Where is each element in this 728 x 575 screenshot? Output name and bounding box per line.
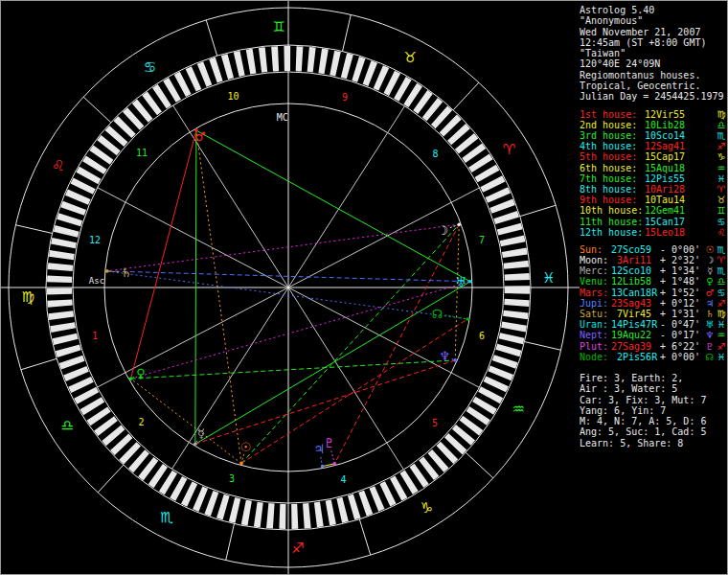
house-number: 9 [342,92,348,103]
house-label: 8th house: [580,184,645,195]
aspect-line-satu-node [107,271,467,319]
scorpio-sign-icon: ♏ [716,244,727,255]
planet-dot [321,465,325,469]
house-label: 12th house: [580,227,645,238]
house-label: 10th house: [580,205,645,216]
sagittarius-sign-icon: ♐ [716,341,727,352]
house-cusp-value: 12Vir55 [645,109,716,120]
planet-latitude: + 1°52' [660,288,704,298]
satu-icon: ♄ [121,265,132,280]
sun-icon: ☉ [704,244,716,255]
planet-label: Moon: [580,255,611,265]
tally-line: Car: 3, Fix: 3, Mut: 7 [580,395,727,405]
virgo-sign-icon: ♍ [21,288,34,306]
house-cusp-value: 12Pis55 [645,173,716,184]
planet-position: 3Ari11 [611,255,660,265]
pisces-sign-icon: ♓ [716,319,727,330]
house-number: 11 [136,148,148,158]
tally-line: Fire: 3, Earth: 2, [580,373,727,383]
planet-latitude: + 0°00' [660,352,704,362]
tally-line: Air : 3, Water: 5 [580,383,727,394]
chart-wheel[interactable]: ♈♉♊♋♌♍♎♏♐♑♒♓123456789101112☉☽☿♀♂♃♄♅♆♇☊MC… [1,1,580,575]
house-row: 11th house:15Can17♋ [580,217,727,227]
plut-icon: ♇ [704,341,716,352]
planet-latitude: + 0°12' [660,298,704,309]
house-number: 2 [138,417,144,427]
planet-dot [453,358,457,362]
satu-icon: ♄ [704,309,716,319]
house-number: 1 [92,331,98,341]
planet-latitude: + 2°32' [660,255,704,265]
house-label: 9th house: [580,195,645,205]
planet-row: Merc:12Sco10+ 1°34'☿♏ [580,265,727,276]
house-cusp-line [171,288,288,469]
house-number: 6 [479,331,485,341]
house-row: 2nd house:10Lib28♎ [580,120,727,130]
header-line: Julian Day = 2454425.1979 [580,91,727,102]
header-line: Astrolog 5.40 [580,5,727,15]
aquarius-sign-icon: ♒ [716,330,727,340]
uran-icon: ♅ [704,319,716,330]
house-cusp-line [98,288,288,387]
tally-line: Yang: 6, Yin: 7 [580,405,727,416]
plut-icon: ♇ [324,436,335,450]
house-cusp-value: 12Gem41 [645,205,716,216]
house-row: 6th house:15Aqu18♒ [580,163,727,173]
gemini-sign-icon: ♊ [272,18,284,35]
planet-pointer [331,450,335,464]
house-label: 7th house: [580,173,645,184]
planet-label: Merc: [580,265,611,276]
planet-position: 12Sco10 [611,265,660,276]
aspect-line-sun-mars [196,130,241,463]
house-cusp-line [173,105,288,288]
virgo-sign-icon: ♍ [716,109,727,120]
house-number: 12 [89,235,101,245]
jupi-icon: ♃ [704,298,716,309]
planet-dot [468,280,472,284]
aries-sign-icon: ♈ [716,184,727,195]
scorpio-sign-icon: ♏ [716,130,727,141]
mars-icon: ♂ [704,288,716,298]
sign-boundary [15,225,52,234]
pisces-sign-icon: ♓ [542,269,555,287]
house-row: 7th house:12Pis55♓ [580,173,727,184]
planet-position: 19Aqu22 [611,330,660,340]
house-number: 4 [341,474,347,485]
planet-latitude: + 1°48' [660,276,704,287]
planet-row: Venu:12Lib58+ 1°48'♀♎ [580,276,727,287]
house-row: 9th house:10Tau14♉ [580,195,727,205]
node-icon: ☊ [432,307,444,321]
planet-row: Mars:13Can18R+ 1°52'♂♋ [580,288,727,298]
planet-label: Uran: [580,319,611,330]
chart-info-header: Astrolog 5.40"Anonymous"Wed November 21,… [580,5,727,103]
planet-row: Jupi:23Sag43+ 0°12'♃♐ [580,298,727,309]
mars-icon: ♂ [194,129,206,144]
aspect-line-mars-uran [196,130,470,282]
planet-dot [239,462,243,466]
planet-latitude: - 0°47' [660,319,704,330]
aspect-line-venu-uran [131,282,470,379]
virgo-sign-icon: ♍ [716,309,727,319]
capricorn-sign-icon: ♑ [421,499,433,517]
planet-dot [466,317,469,321]
house-cusp-value: 10Tau14 [645,195,716,205]
tally-line: Learn: 5, Share: 8 [580,438,727,448]
planet-position: 2Pis56R [611,352,660,362]
leo-sign-icon: ♌ [716,227,727,238]
planet-latitude: + 1°31' [660,309,704,319]
sign-boundary [83,97,111,123]
house-row: 8th house:10Ari28♈ [580,184,727,195]
libra-sign-icon: ♎ [716,276,727,287]
planet-dot [457,222,461,226]
uran-icon: ♅ [455,275,466,289]
sign-boundary [453,82,479,110]
planet-row: Plut:27Sag39+ 6°22'♇♐ [580,341,727,352]
planet-dot [333,462,337,466]
house-cusp-value: 10Lib28 [645,120,716,130]
aries-sign-icon: ♈ [716,255,727,265]
node-icon: ☊ [704,352,716,362]
house-label: 2nd house: [580,120,645,130]
house-row: 3rd house:10Sco14♏ [580,130,727,141]
libra-sign-icon: ♎ [61,417,74,434]
planet-position: 27Sag39 [611,341,660,352]
